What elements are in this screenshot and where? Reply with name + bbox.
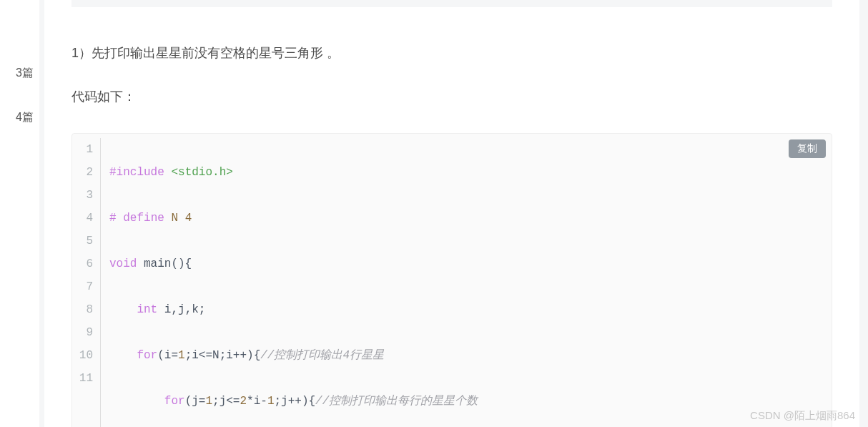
code-line: for(i=1;i<=N;i++){//控制打印输出4行星星 [109, 344, 832, 367]
line-number: 9 [72, 321, 93, 344]
paragraph-step-1: 1）先打印输出星星前没有空格的星号三角形 。 [71, 43, 832, 64]
code-line: void main(){ [109, 252, 832, 275]
code-line: for(j=1;j<=2*i-1;j++){//控制打印输出每行的星星个数 [109, 390, 832, 413]
code-line: int i,j,k; [109, 298, 832, 321]
line-number: 10 [72, 344, 93, 367]
prev-code-block-edge [71, 0, 832, 7]
line-number: 8 [72, 298, 93, 321]
line-number: 4 [72, 207, 93, 230]
sidebar-archive-item[interactable]: 3篇 [16, 63, 39, 84]
paragraph-code-label: 代码如下： [71, 87, 832, 107]
code-content: 1 2 3 4 5 6 7 8 9 10 11 #include <stdio.… [72, 134, 832, 427]
line-number: 7 [72, 275, 93, 298]
copy-button[interactable]: 复制 [789, 139, 826, 158]
line-number: 2 [72, 161, 93, 184]
line-number: 1 [72, 138, 93, 161]
line-number: 3 [72, 184, 93, 207]
code-lines: #include <stdio.h> # define N 4 void mai… [101, 138, 832, 427]
line-number: 6 [72, 252, 93, 275]
code-block: 复制 1 2 3 4 5 6 7 8 9 10 11 #include <std… [71, 133, 832, 427]
article-main: 1）先打印输出星星前没有空格的星号三角形 。 代码如下： 复制 1 2 3 4 … [44, 0, 859, 427]
code-gutter: 1 2 3 4 5 6 7 8 9 10 11 [72, 138, 101, 427]
line-number: 5 [72, 230, 93, 252]
line-number: 11 [72, 367, 93, 390]
sidebar: 3篇 4篇 [0, 0, 39, 427]
sidebar-archive-item[interactable]: 4篇 [16, 107, 39, 128]
article-body: 1）先打印输出星星前没有空格的星号三角形 。 代码如下： 复制 1 2 3 4 … [44, 43, 859, 427]
code-line: #include <stdio.h> [109, 161, 832, 184]
code-line: # define N 4 [109, 207, 832, 230]
